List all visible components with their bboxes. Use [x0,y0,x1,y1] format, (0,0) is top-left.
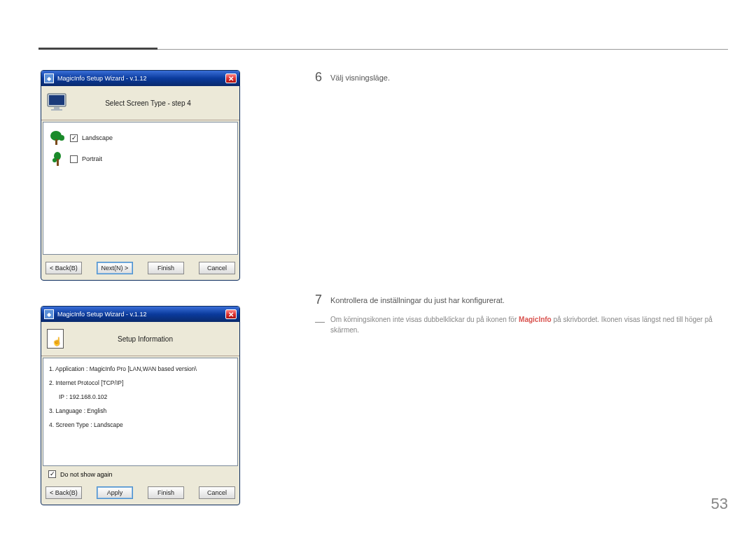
wizard-body: ✓ Landscape Portrait [43,122,238,255]
back-button[interactable]: < Back(B) [46,486,82,499]
svg-rect-2 [54,107,59,109]
wizard-screen-type: ◆ MagicInfo Setup Wizard - v.1.12 ✕ Sele… [41,70,240,281]
info-screen-type: 4. Screen Type : Landscape [49,421,232,428]
step-text: Kontrollera de inställningar du just har… [330,293,505,304]
wizard-footer: < Back(B) Next(N) > Finish Cancel [41,256,239,280]
info-language: 3. Language : English [49,407,232,414]
wizard-step-title: Setup Information [78,335,234,343]
note-highlight: MagicInfo [519,316,552,323]
wizard-body: 1. Application : MagicInfo Pro [LAN,WAN … [43,358,238,466]
dont-show-again-row[interactable]: ✓ Do not show again [44,468,237,481]
app-icon: ◆ [44,73,54,83]
next-button[interactable]: Next(N) > [97,262,133,274]
svg-rect-6 [55,139,57,145]
monitor-icon [47,93,69,113]
portrait-tree-icon [49,150,66,167]
left-column: ◆ MagicInfo Setup Wizard - v.1.12 ✕ Sele… [41,70,240,531]
back-button[interactable]: < Back(B) [46,262,82,274]
landscape-checkbox[interactable]: ✓ [70,134,78,142]
step-text: Välj visningsläge. [330,70,390,82]
step-6: 6 Välj visningsläge. [315,70,728,85]
info-protocol: 2. Internet Protocol [TCP/IP] [49,379,232,386]
cancel-button[interactable]: Cancel [199,486,235,499]
cancel-button[interactable]: Cancel [199,262,235,274]
info-ip: IP : 192.168.0.102 [49,393,232,400]
wizard-step-title: Select Screen Type - step 4 [83,99,234,107]
wizard-footer: < Back(B) Apply Finish Cancel [41,481,239,505]
note-dash: ― [315,314,330,329]
dont-show-checkbox[interactable]: ✓ [48,470,56,478]
step-7: 7 Kontrollera de inställningar du just h… [315,293,728,307]
app-icon: ◆ [44,309,54,319]
option-landscape[interactable]: ✓ Landscape [49,129,232,146]
document-icon [47,329,64,349]
titlebar: ◆ MagicInfo Setup Wizard - v.1.12 ✕ [41,307,239,322]
finish-button[interactable]: Finish [148,486,184,499]
note-row: ― Om körningsikonen inte visas dubbelkli… [315,314,728,335]
landscape-label: Landscape [82,134,113,141]
svg-rect-9 [57,159,59,166]
info-application: 1. Application : MagicInfo Pro [LAN,WAN … [49,365,232,372]
close-button[interactable]: ✕ [225,73,237,83]
wizard-header: Select Screen Type - step 4 [41,86,239,120]
close-button[interactable]: ✕ [225,309,237,319]
svg-rect-1 [49,95,64,105]
apply-button[interactable]: Apply [97,486,133,499]
right-column: 6 Välj visningsläge. 7 Kontrollera de in… [315,70,728,92]
landscape-tree-icon [49,129,66,146]
dont-show-label: Do not show again [60,471,113,478]
page-number: 53 [711,495,728,513]
wizard-setup-info: ◆ MagicInfo Setup Wizard - v.1.12 ✕ Setu… [41,306,240,505]
portrait-label: Portrait [82,155,102,162]
finish-button[interactable]: Finish [148,262,184,274]
portrait-checkbox[interactable] [70,155,78,163]
svg-rect-3 [51,109,62,111]
note-pre: Om körningsikonen inte visas dubbelklick… [330,316,519,323]
step-number: 7 [315,293,330,307]
option-portrait[interactable]: Portrait [49,150,232,167]
window-title: MagicInfo Setup Wizard - v.1.12 [57,75,225,82]
window-title: MagicInfo Setup Wizard - v.1.12 [57,311,225,318]
titlebar: ◆ MagicInfo Setup Wizard - v.1.12 ✕ [41,71,239,86]
header-thick-rule [38,48,158,50]
step-7-block: 7 Kontrollera de inställningar du just h… [315,293,728,335]
wizard-header: Setup Information [41,322,239,356]
step-number: 6 [315,70,330,85]
note-text: Om körningsikonen inte visas dubbelklick… [330,314,728,335]
svg-point-5 [59,135,64,141]
svg-point-8 [52,158,57,162]
